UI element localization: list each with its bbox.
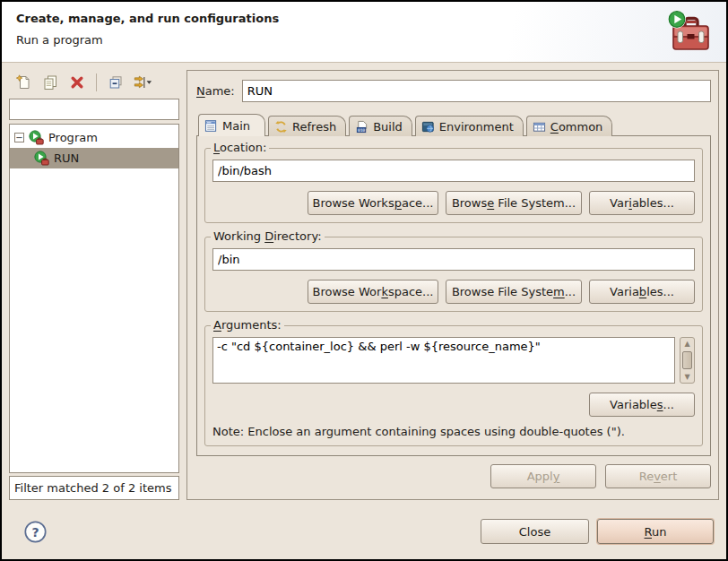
location-buttons: Browse Workspace... Browse File System..… xyxy=(212,191,695,215)
configurations-panel: − Program xyxy=(9,70,179,500)
toolbar-separator xyxy=(96,73,97,91)
variables-button[interactable]: Variables... xyxy=(589,191,695,215)
arguments-note: Note: Enclose an argument containing spa… xyxy=(212,425,695,438)
working-directory-group: Working Directory: Browse Workspace... B… xyxy=(204,237,703,312)
dialog-title: Create, manage, and run configurations xyxy=(16,12,726,25)
dialog-body: − Program xyxy=(2,63,726,504)
tab-label: Build xyxy=(373,120,403,134)
arguments-label: Arguments: xyxy=(211,318,284,332)
tree-item-label: Program xyxy=(48,131,98,144)
close-button[interactable]: Close xyxy=(481,519,589,544)
configuration-editor: Name: Main xyxy=(186,70,719,500)
working-directory-label: Working Directory: xyxy=(211,229,325,243)
browse-workspace-button[interactable]: Browse Workspace... xyxy=(308,191,438,215)
tab-environment[interactable]: Environment xyxy=(415,116,524,136)
tab-label: Environment xyxy=(439,120,514,134)
new-configuration-icon[interactable] xyxy=(13,72,34,93)
variables-button[interactable]: Variables... xyxy=(589,280,695,304)
apply-revert-row: Apply Revert xyxy=(196,456,711,492)
browse-filesystem-button[interactable]: Browse File System... xyxy=(446,280,582,304)
tab-bar: Main Refresh xyxy=(196,114,711,135)
tab-label: Refresh xyxy=(292,120,336,134)
program-run-icon xyxy=(29,130,44,145)
scroll-up-icon[interactable]: ▲ xyxy=(684,340,689,348)
svg-text:010: 010 xyxy=(358,127,365,132)
scrollbar-thumb[interactable] xyxy=(682,351,692,369)
refresh-tab-icon xyxy=(274,120,288,134)
filter-status: Filter matched 2 of 2 items xyxy=(9,476,179,500)
svg-text:?: ? xyxy=(31,524,39,539)
help-icon: ? xyxy=(23,533,48,547)
arguments-group: Arguments: -c "cd ${container_loc} && pe… xyxy=(204,325,703,446)
dialog-footer: ? Close Run xyxy=(2,504,726,559)
tab-label: Main xyxy=(222,119,250,133)
filter-input[interactable] xyxy=(9,99,179,120)
arguments-buttons: Variables... xyxy=(212,393,695,417)
main-tab-icon xyxy=(204,119,218,133)
delete-icon[interactable] xyxy=(66,72,88,93)
help-button[interactable]: ? xyxy=(23,520,48,544)
filter-menu-icon[interactable] xyxy=(132,72,153,93)
tab-main[interactable]: Main xyxy=(198,114,265,136)
duplicate-icon[interactable] xyxy=(39,72,61,93)
tree-item-run[interactable]: RUN xyxy=(10,148,178,168)
configurations-tree: − Program xyxy=(9,124,179,473)
arguments-input[interactable]: -c "cd ${container_loc} && perl -w ${res… xyxy=(212,337,675,384)
environment-tab-icon xyxy=(421,120,435,134)
arguments-row: -c "cd ${container_loc} && perl -w ${res… xyxy=(212,337,695,384)
build-tab-icon: 010 xyxy=(355,120,368,134)
apply-button[interactable]: Apply xyxy=(490,464,596,488)
browse-workspace-button[interactable]: Browse Workspace... xyxy=(308,280,438,304)
revert-button[interactable]: Revert xyxy=(605,464,711,488)
run-button[interactable]: Run xyxy=(597,519,714,544)
scroll-down-icon[interactable]: ▼ xyxy=(684,373,689,381)
dialog-header: Create, manage, and run configurations R… xyxy=(2,2,726,63)
tab-label: Common xyxy=(550,120,603,134)
variables-button[interactable]: Variables... xyxy=(589,393,695,417)
name-input[interactable] xyxy=(242,80,711,102)
name-row: Name: xyxy=(196,80,711,102)
arguments-scrollbar[interactable]: ▲ ▼ xyxy=(680,337,695,384)
run-toolbox-icon xyxy=(665,9,714,54)
tree-item-program[interactable]: − Program xyxy=(10,127,178,148)
tree-item-label: RUN xyxy=(54,151,79,165)
collapse-all-icon[interactable] xyxy=(105,72,126,93)
tab-refresh[interactable]: Refresh xyxy=(268,116,346,136)
expander-icon[interactable]: − xyxy=(14,133,24,142)
working-directory-buttons: Browse Workspace... Browse File System..… xyxy=(212,280,695,304)
browse-filesystem-button[interactable]: Browse File System... xyxy=(446,191,582,215)
common-tab-icon xyxy=(533,120,546,134)
footer-buttons: Close Run xyxy=(481,519,714,544)
location-label: Location: xyxy=(211,141,269,154)
location-input[interactable] xyxy=(212,160,695,182)
working-directory-input[interactable] xyxy=(212,248,695,271)
dialog-subtitle: Run a program xyxy=(16,33,726,47)
tab-build[interactable]: 010 Build xyxy=(349,116,412,136)
main-tab-content: Location: Browse Workspace... Browse Fil… xyxy=(196,135,711,456)
configurations-toolbar xyxy=(9,70,179,99)
location-group: Location: Browse Workspace... Browse Fil… xyxy=(204,148,703,223)
name-label: Name: xyxy=(196,84,235,98)
run-configurations-dialog: Create, manage, and run configurations R… xyxy=(0,0,728,561)
program-run-icon xyxy=(34,151,49,166)
tab-common[interactable]: Common xyxy=(526,116,613,136)
